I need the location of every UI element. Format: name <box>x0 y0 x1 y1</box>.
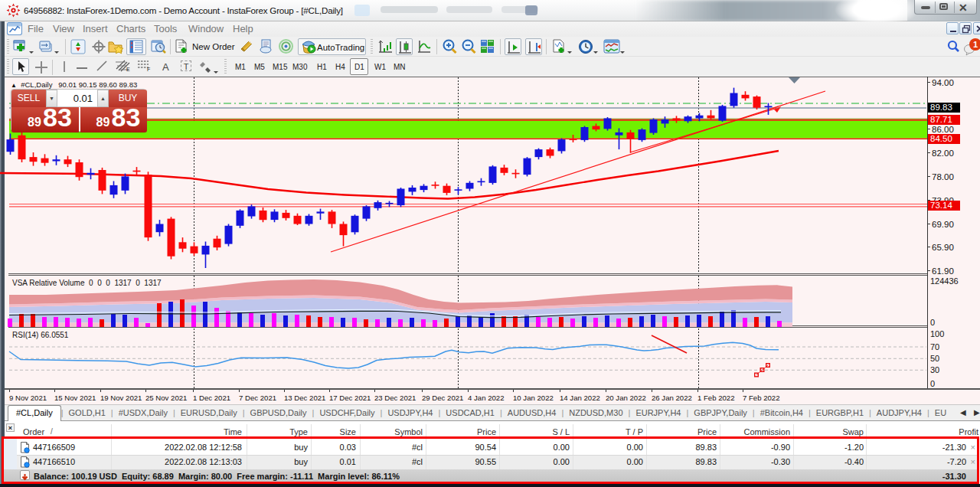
svg-text:F: F <box>147 67 150 72</box>
svg-text:E: E <box>126 67 130 72</box>
